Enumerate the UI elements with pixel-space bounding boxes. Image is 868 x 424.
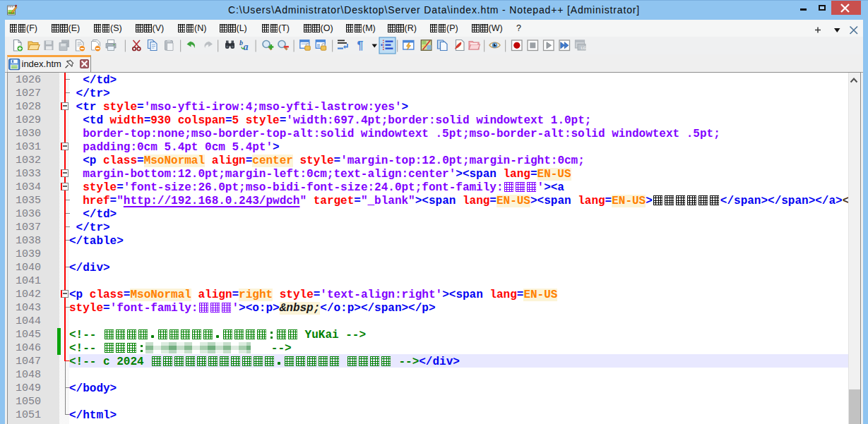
svg-text:b: b bbox=[239, 39, 243, 47]
svg-text:LG: LG bbox=[581, 46, 587, 50]
svg-text:a: a bbox=[244, 42, 249, 52]
svg-text:¶: ¶ bbox=[357, 40, 364, 52]
